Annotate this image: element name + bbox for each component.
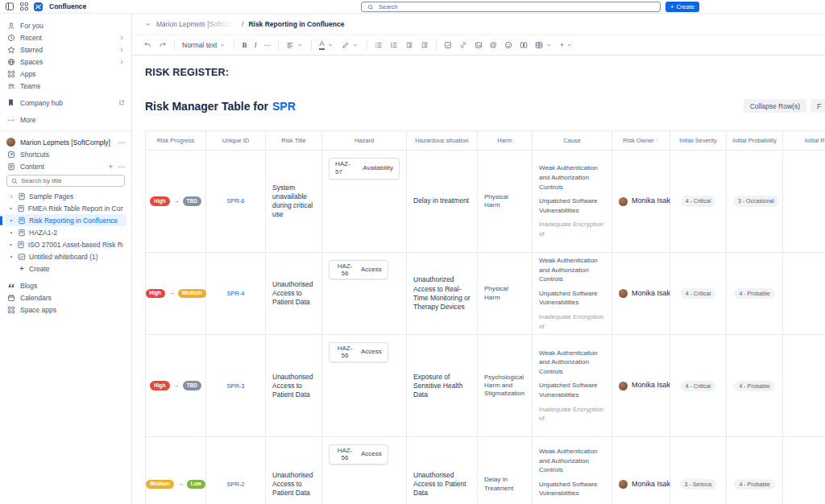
severity-badge: 4 - Critical <box>681 196 716 206</box>
cause-item: Weak Authentication and Authorization Co… <box>539 163 605 192</box>
create-button[interactable]: + Create <box>665 2 699 12</box>
chevron-down-icon <box>566 41 574 49</box>
sidebar-item-teams[interactable]: Teams <box>0 80 131 92</box>
sidebar-item-fmea-risk-table-report-in-conflue[interactable]: •FMEA Risk Table Report in Conflue... <box>5 202 126 214</box>
undo-icon <box>143 41 151 49</box>
sidebar-item-starred[interactable]: Starred <box>0 43 131 56</box>
sidebar-item-spaces[interactable]: Spaces <box>0 56 131 68</box>
sidebar-item-company-hub[interactable]: Company hub <box>0 97 131 109</box>
column-header-unique-id[interactable]: Unique ID <box>206 131 266 151</box>
probability-badge: 3 - Occasional <box>733 196 779 206</box>
highlight-color-button[interactable] <box>342 41 359 49</box>
hazard-chip[interactable]: HAZ-56Access <box>329 444 388 464</box>
chevron-down-icon[interactable] <box>145 21 151 27</box>
sidebar-item-untitled-whiteboard-1[interactable]: •Untitled whiteboard (1) <box>5 250 126 262</box>
column-header-initial-probability[interactable]: Initial Probability <box>727 131 783 151</box>
column-header-cause[interactable]: Cause <box>533 131 612 151</box>
risk-id-link[interactable]: SPR-4 <box>226 290 244 297</box>
sidebar-toggle-icon[interactable] <box>5 2 15 11</box>
risk-id-link[interactable]: SPR-3 <box>226 382 244 390</box>
italic-button[interactable]: I <box>254 41 256 49</box>
owner-name[interactable]: Monika Isak <box>632 381 670 390</box>
image-button[interactable] <box>475 41 483 49</box>
sidebar-item-calendars[interactable]: Calendars <box>0 291 131 304</box>
toolbar-divider <box>278 40 279 50</box>
sidebar-item-blogs[interactable]: Blogs <box>0 279 131 291</box>
sidebar-item-apps[interactable]: Apps <box>0 68 131 80</box>
column-header-risk-progress[interactable]: Risk Progress <box>146 131 206 151</box>
hazard-chip[interactable]: HAZ-56Access <box>329 260 388 279</box>
collapse-rows-button[interactable]: Collapse Row(s) <box>744 99 806 113</box>
app-switcher-icon[interactable] <box>19 2 29 11</box>
sidebar-item-iso-27001-asset-based-risk-regis[interactable]: •ISO 27001 Asset-based Risk Regis... <box>5 238 126 250</box>
content-search-input[interactable]: Search by title <box>6 175 125 187</box>
hazard-chip[interactable]: HAZ-56Access <box>329 342 388 361</box>
content-menu-icon[interactable]: ⋯ <box>118 163 125 171</box>
column-header-risk-owner[interactable]: Risk Owner↑ <box>612 131 670 151</box>
emoji-button[interactable] <box>504 41 512 49</box>
text-style-dropdown[interactable]: Normal text <box>182 41 226 49</box>
global-search-input[interactable]: Search <box>361 2 661 12</box>
sidebar-item-haza1-2[interactable]: •HAZA1-2 <box>5 226 126 238</box>
owner-name[interactable]: Monika Isak <box>632 196 670 206</box>
task-list-button[interactable] <box>444 41 452 49</box>
insert-button[interactable]: + <box>560 41 574 49</box>
plus-icon: + <box>670 3 674 10</box>
image-icon <box>475 41 483 49</box>
outdent-button[interactable] <box>405 41 413 49</box>
breadcrumb-parent[interactable]: Marion Lepmets [SoftComply] <box>156 20 237 28</box>
redo-button[interactable] <box>159 41 167 49</box>
undo-button[interactable] <box>143 41 151 49</box>
risk-id-link[interactable]: SPR-2 <box>226 481 244 488</box>
column-header-hazardous-situation[interactable]: Hazardous situation <box>407 131 478 151</box>
column-header-initial-rpn[interactable]: Initial RPN <box>783 131 825 151</box>
bold-button[interactable]: B <box>242 41 247 49</box>
more-formatting-button[interactable]: ⋯ <box>263 41 271 49</box>
table-button[interactable] <box>535 41 553 49</box>
risk-title-cell: Unauthorised Access to Patient Data <box>266 437 322 504</box>
main-area: Marion Lepmets [SoftComply] / Risk Repor… <box>132 14 825 504</box>
risk-owner-cell: Monika Isak <box>612 151 670 253</box>
cause-item: Unpatched Software Vulnerabilities <box>539 196 605 215</box>
hazard-chip[interactable]: HAZ-57Availability <box>329 158 400 180</box>
search-icon <box>11 178 18 184</box>
initial-rpn-cell <box>783 335 825 437</box>
link-button[interactable] <box>459 41 467 49</box>
sidebar-item-create[interactable]: +Create <box>5 262 126 275</box>
page-icon <box>17 241 25 249</box>
text-color-button[interactable]: A <box>319 40 334 50</box>
project-key-link[interactable]: SPR <box>272 100 296 113</box>
sidebar-item-space-apps[interactable]: Space apps <box>0 304 131 316</box>
alignment-button[interactable] <box>286 41 304 49</box>
owner-name[interactable]: Monika Isak <box>632 289 670 299</box>
bullet-list-button[interactable] <box>375 41 383 49</box>
column-header-harm[interactable]: Harm <box>478 131 533 151</box>
risk-id-link[interactable]: SPR-6 <box>226 197 244 204</box>
space-menu-icon[interactable]: ⋯ <box>118 138 125 147</box>
clipped-button[interactable]: F <box>810 99 825 113</box>
sidebar-item-risk-reporting-in-confluence[interactable]: •Risk Reporting in Confluence <box>5 214 126 226</box>
column-header-initial-severity[interactable]: Initial Severity <box>670 131 727 151</box>
ol-icon <box>390 41 398 49</box>
space-switcher[interactable]: Marion Lepmets [SoftComply] ⋯ <box>0 136 131 148</box>
indent-button[interactable] <box>421 41 429 49</box>
table-title-row: Risk Manager Table forSPR Collapse Row(s… <box>145 99 825 113</box>
breadcrumb-current[interactable]: Risk Reporting in Confluence <box>248 20 344 28</box>
column-header-risk-title[interactable]: Risk Title <box>266 131 322 151</box>
owner-name[interactable]: Monika Isak <box>632 480 670 490</box>
column-header-hazard[interactable]: Hazard <box>322 131 407 151</box>
add-content-icon[interactable]: + <box>109 163 113 171</box>
sidebar-item-content[interactable]: Content + ⋯ <box>0 160 131 172</box>
initial-rpn-cell <box>783 253 825 335</box>
sidebar-item-for-you[interactable]: For you <box>0 19 131 31</box>
sidebar-item-sample-pages[interactable]: Sample Pages <box>5 190 126 202</box>
sidebar-item-shortcuts[interactable]: Shortcuts <box>0 148 131 160</box>
confluence-logo-icon[interactable] <box>34 2 43 11</box>
sidebar-item-recent[interactable]: Recent <box>0 31 131 43</box>
mention-button[interactable]: @ <box>490 41 497 49</box>
numbered-list-button[interactable] <box>390 41 398 49</box>
layout-button[interactable] <box>520 41 528 49</box>
teams-icon <box>6 81 15 90</box>
cause-item-truncated: Inadequate Encryption of <box>539 220 605 238</box>
sidebar-item-more[interactable]: ⋯ More <box>0 114 131 126</box>
